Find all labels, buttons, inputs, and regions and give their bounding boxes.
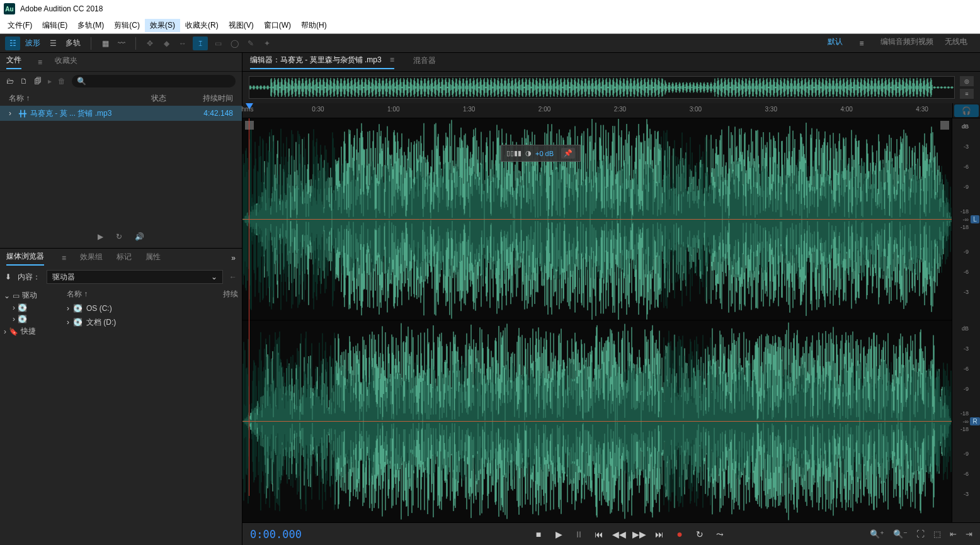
tool-marquee-icon[interactable]: ▭	[210, 37, 225, 50]
workspace-default[interactable]: 默认	[828, 37, 843, 50]
time-ruler[interactable]: hms 0:301:001:302:002:303:003:304:004:30…	[242, 103, 980, 118]
play-button[interactable]: ▶	[552, 529, 566, 539]
tab-mixer[interactable]: 混音器	[413, 55, 436, 69]
import-icon[interactable]: ⬇	[5, 272, 11, 281]
new-multitrack-icon[interactable]: 🗐	[34, 77, 42, 86]
overview-waveform[interactable]	[249, 76, 955, 99]
panel-overflow-icon[interactable]: »	[231, 254, 236, 262]
menu-help[interactable]: 帮助(H)	[296, 19, 332, 32]
zoom-in-point-icon[interactable]: ⇤	[950, 529, 957, 539]
timecode[interactable]: 0:00.000	[250, 528, 389, 541]
col-name[interactable]: 名称 ↑	[9, 93, 151, 104]
pause-button[interactable]: ⏸	[572, 529, 586, 539]
overview-nav-icon[interactable]: ≡	[960, 89, 974, 99]
channel-top-left-toggle[interactable]	[245, 121, 254, 130]
menu-view[interactable]: 视图(V)	[224, 19, 259, 32]
drives-root[interactable]: ⌄▭驱动	[4, 289, 59, 302]
zoom-selection-icon[interactable]: ⬚	[933, 529, 941, 539]
tool-time-select-icon[interactable]: 𝙸	[193, 37, 208, 50]
browser-row-c[interactable]: ›💽OS (C:)	[67, 301, 238, 315]
tool-slip-icon[interactable]: ↔	[175, 37, 190, 50]
search-input[interactable]: 🔍	[72, 75, 236, 87]
tab-favorites[interactable]: 收藏夹	[55, 55, 77, 69]
zoom-full-icon[interactable]: ⛶	[916, 529, 925, 539]
skip-selection-button[interactable]: ⤳	[713, 529, 727, 539]
menu-multitrack[interactable]: 多轨(M)	[72, 19, 109, 32]
menu-file[interactable]: 文件(F)	[3, 19, 37, 32]
volume-knob-icon[interactable]: ◑	[525, 149, 532, 157]
record-button[interactable]: ●	[673, 529, 687, 540]
channel-left-badge[interactable]: L	[970, 118, 980, 320]
go-start-button[interactable]: ⏮	[592, 529, 606, 539]
multitrack-view-icon[interactable]: ☰	[45, 37, 60, 50]
col-status[interactable]: 状态	[151, 93, 183, 104]
tab-media-browser[interactable]: 媒体浏览器	[6, 251, 44, 266]
chevron-right-icon[interactable]: ›	[9, 109, 15, 118]
app-logo: Au	[4, 3, 15, 14]
open-file-icon[interactable]: 🗁	[6, 77, 14, 86]
overview-zoom-icon[interactable]: ◎	[960, 76, 974, 86]
file-name: 马赛克 - 莫 ... 货铺 .mp3	[30, 108, 179, 119]
waveform-label[interactable]: 波形	[21, 38, 44, 48]
browser-row-d[interactable]: ›💽文档 (D:)	[67, 315, 238, 329]
workspace-editaudiovideo[interactable]: 编辑音频到视频	[880, 37, 933, 50]
content-label: 内容：	[18, 272, 40, 283]
forward-button[interactable]: ▶▶	[632, 529, 646, 539]
tool-razor-icon[interactable]: ◆	[159, 37, 174, 50]
tool-lasso-icon[interactable]: ◯	[227, 37, 242, 50]
file-row[interactable]: › ╋╋ 马赛克 - 莫 ... 货铺 .mp3 4:42.148	[0, 106, 242, 121]
back-icon[interactable]: ←	[229, 272, 237, 281]
menu-clip[interactable]: 剪辑(C)	[109, 19, 145, 32]
headphone-icon[interactable]: 🎧	[954, 104, 979, 117]
ruler-tick: 4:30	[916, 106, 928, 113]
play-preview-icon[interactable]: ▶	[98, 232, 103, 241]
workspace-menu-icon[interactable]: ≡	[854, 37, 869, 50]
tool-move-icon[interactable]: ✥	[142, 37, 157, 50]
browser-col-name[interactable]: 名称 ↑	[67, 289, 223, 301]
tab-editor[interactable]: 编辑器：马赛克 - 莫里森与杂货铺 .mp3 ≡	[250, 55, 394, 69]
menu-favorites[interactable]: 收藏夹(R)	[180, 19, 224, 32]
drive-c[interactable]: ›💽	[4, 302, 59, 313]
zoom-in-icon[interactable]: 🔍⁺	[870, 529, 884, 539]
close-file-icon[interactable]: 🗑	[58, 77, 66, 86]
loop-preview-icon[interactable]: ↻	[116, 232, 122, 241]
waveform-display[interactable]: ▯▯▮▮ ◑ +0 dB 📌	[242, 118, 952, 522]
volume-hud[interactable]: ▯▯▮▮ ◑ +0 dB 📌	[501, 145, 581, 162]
editor-tab-menu-icon[interactable]: ≡	[390, 55, 394, 64]
tab-effects-rack[interactable]: 效果组	[80, 252, 103, 265]
spectral-freq-icon[interactable]: ▦	[98, 37, 113, 50]
drive-d[interactable]: ›💽	[4, 313, 59, 325]
workspace-radio[interactable]: 无线电	[945, 37, 967, 50]
zoom-out-icon[interactable]: 🔍⁻	[893, 529, 908, 539]
insert-icon[interactable]: ▸	[48, 77, 52, 86]
tab-properties[interactable]: 属性	[145, 252, 161, 265]
shortcuts-root[interactable]: ›🔖快捷	[4, 325, 59, 338]
zoom-out-point-icon[interactable]: ⇥	[966, 529, 972, 539]
menu-window[interactable]: 窗口(W)	[259, 19, 296, 32]
files-panel-menu-icon[interactable]: ≡	[38, 58, 42, 67]
go-end-button[interactable]: ⏭	[652, 529, 666, 539]
media-panel-menu-icon[interactable]: ≡	[62, 254, 66, 262]
tool-heal-icon[interactable]: ✦	[259, 37, 275, 50]
audio-file-icon: ╋╋	[19, 110, 26, 117]
menu-effects[interactable]: 效果(S)	[145, 19, 180, 32]
new-file-icon[interactable]: 🗋	[20, 77, 28, 86]
browser-col-duration[interactable]: 持续	[223, 289, 238, 301]
channel-top-right-toggle[interactable]	[940, 121, 949, 130]
waveform-view-icon[interactable]: ☷	[5, 37, 20, 50]
multitrack-label[interactable]: 多轨	[62, 38, 84, 48]
menu-edit[interactable]: 编辑(E)	[37, 19, 72, 32]
tool-brush-icon[interactable]: ✎	[243, 37, 258, 50]
rewind-button[interactable]: ◀◀	[612, 529, 626, 539]
autoplay-icon[interactable]: 🔊	[135, 232, 144, 241]
col-duration[interactable]: 持续时间	[183, 93, 233, 104]
tab-markers[interactable]: 标记	[117, 252, 132, 265]
channel-right-badge[interactable]: R	[970, 320, 980, 522]
content-dropdown[interactable]: 驱动器⌄	[47, 270, 223, 284]
spectral-pitch-icon[interactable]: 〰	[114, 37, 129, 50]
tab-files[interactable]: 文件	[6, 55, 21, 69]
loop-button[interactable]: ↻	[693, 529, 707, 539]
stop-button[interactable]: ■	[532, 529, 545, 539]
pin-icon[interactable]: 📌	[561, 148, 575, 159]
file-duration: 4:42.148	[183, 109, 233, 118]
